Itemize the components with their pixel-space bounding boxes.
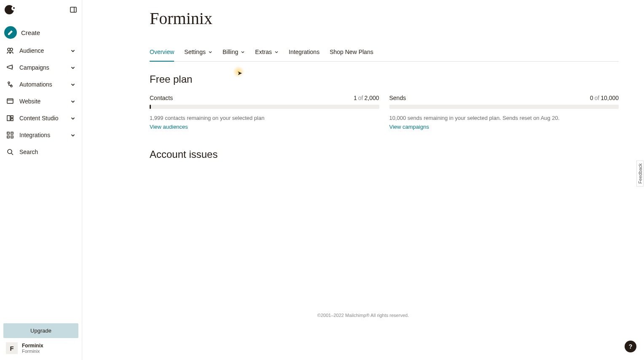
svg-point-7 (8, 82, 10, 84)
tab-settings[interactable]: Settings (184, 44, 212, 61)
sidebar-collapse-button[interactable] (69, 5, 78, 14)
svg-rect-13 (11, 119, 13, 121)
svg-rect-3 (70, 7, 76, 12)
sidebar-item-label: Website (19, 98, 40, 105)
page-title: Forminix (150, 8, 619, 28)
create-button[interactable]: Create (0, 23, 82, 42)
svg-rect-17 (11, 136, 13, 138)
chevron-down-icon (70, 48, 76, 54)
account-name: Forminix (22, 343, 43, 349)
footer-copyright: ©2001–2022 Mailchimp® All rights reserve… (82, 313, 644, 318)
view-audiences-link[interactable]: View audiences (150, 124, 379, 130)
metric-caption: 10,000 sends remaining in your selected … (389, 115, 619, 121)
create-label: Create (21, 29, 40, 36)
sidebar-item-label: Integrations (19, 132, 50, 138)
plan-title: Free plan (150, 73, 619, 85)
chevron-down-icon (274, 50, 279, 54)
sidebar-item-label: Audience (19, 47, 44, 54)
chevron-down-icon (208, 50, 212, 54)
avatar: F (6, 342, 18, 354)
metric-label: Sends (389, 95, 406, 101)
chevron-down-icon (70, 132, 76, 138)
svg-rect-14 (7, 132, 9, 134)
campaigns-icon (6, 63, 14, 72)
sidebar-item-label: Campaigns (19, 64, 49, 71)
tab-extras[interactable]: Extras (255, 44, 279, 61)
automations-icon (6, 80, 14, 89)
feedback-tab[interactable]: Feedback (636, 160, 644, 187)
svg-point-18 (8, 149, 12, 154)
sidebar-item-label: Search (19, 149, 38, 155)
svg-rect-16 (7, 136, 9, 138)
sends-progress (389, 105, 619, 109)
logo[interactable] (4, 3, 19, 16)
contacts-progress (150, 105, 379, 109)
sidebar-item-audience[interactable]: Audience (0, 42, 82, 59)
metric-sends: Sends 0of10,000 10,000 sends remaining i… (389, 95, 619, 130)
tab-billing[interactable]: Billing (223, 44, 245, 61)
tab-label: Shop New Plans (330, 49, 373, 55)
search-icon (6, 148, 14, 156)
tab-overview[interactable]: Overview (150, 44, 174, 61)
account-switcher[interactable]: F Forminix Forminix (3, 338, 78, 357)
metric-value: 1of2,000 (354, 95, 379, 101)
chevron-down-icon (70, 115, 76, 121)
metric-contacts: Contacts 1of2,000 1,999 contacts remaini… (150, 95, 379, 130)
sidebar-item-label: Content Studio (19, 115, 59, 122)
account-issues-title: Account issues (150, 149, 619, 160)
svg-point-5 (8, 48, 10, 51)
sidebar-item-content-studio[interactable]: Content Studio (0, 110, 82, 127)
metric-label: Contacts (150, 95, 173, 101)
view-campaigns-link[interactable]: View campaigns (389, 124, 619, 130)
svg-line-19 (11, 153, 13, 155)
main-content: Forminix Overview Settings Billing Extra… (82, 0, 644, 360)
metric-caption: 1,999 contacts remaining on your selecte… (150, 115, 379, 121)
tab-label: Integrations (289, 49, 319, 55)
sidebar-item-website[interactable]: Website (0, 93, 82, 110)
integrations-icon (6, 131, 14, 139)
sidebar: Create Audience Campaigns Automations We… (0, 0, 82, 360)
sidebar-item-automations[interactable]: Automations (0, 76, 82, 93)
svg-rect-9 (7, 99, 13, 103)
svg-rect-12 (11, 116, 13, 118)
tab-label: Settings (184, 49, 206, 55)
sidebar-item-label: Automations (19, 81, 52, 88)
sidebar-item-campaigns[interactable]: Campaigns (0, 59, 82, 76)
tab-label: Extras (255, 49, 272, 55)
tab-label: Billing (223, 49, 238, 55)
sidebar-item-integrations[interactable]: Integrations (0, 127, 82, 143)
chevron-down-icon (70, 65, 76, 70)
audience-icon (6, 46, 14, 55)
help-button[interactable]: ? (625, 341, 636, 352)
upgrade-button[interactable]: Upgrade (3, 323, 78, 338)
chevron-down-icon (241, 50, 245, 54)
metric-value: 0of10,000 (590, 95, 619, 101)
account-sub: Forminix (22, 349, 43, 354)
tab-label: Overview (150, 49, 174, 55)
sidebar-item-search[interactable]: Search (0, 143, 82, 160)
chevron-down-icon (70, 81, 76, 87)
svg-point-2 (13, 7, 15, 9)
content-icon (6, 114, 14, 122)
website-icon (6, 97, 14, 106)
pencil-icon (4, 26, 17, 39)
tab-shop-new-plans[interactable]: Shop New Plans (330, 44, 373, 61)
tabs: Overview Settings Billing Extras Integra… (150, 44, 619, 62)
tab-integrations[interactable]: Integrations (289, 44, 319, 61)
svg-rect-11 (7, 116, 10, 121)
svg-point-6 (10, 48, 13, 51)
svg-rect-15 (11, 132, 13, 134)
chevron-down-icon (70, 98, 76, 104)
